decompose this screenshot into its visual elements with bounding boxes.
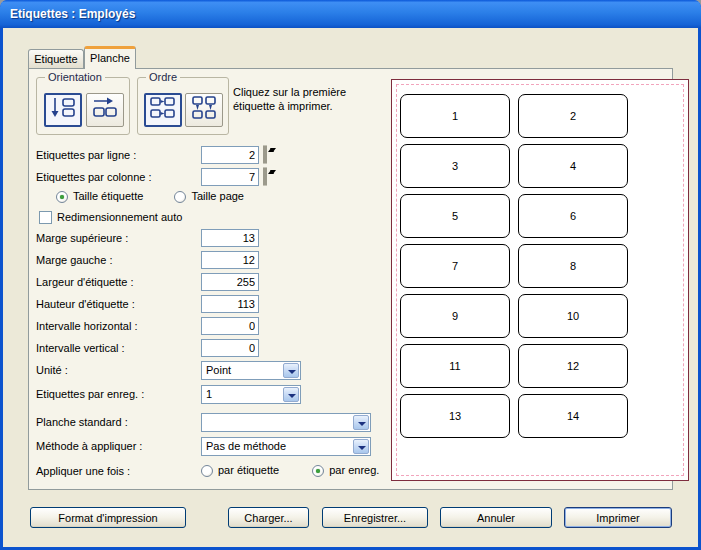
per-record-select[interactable]: 1	[201, 385, 301, 404]
preview-label[interactable]: 9	[400, 294, 510, 338]
apply-once-row: par étiquette par enreg.	[201, 464, 379, 477]
preview-label[interactable]: 11	[400, 344, 510, 388]
orientation-vertical-icon	[49, 95, 77, 125]
horizontal-gap-label: Intervalle horizontal :	[36, 320, 138, 332]
standard-sheet-label: Planche standard :	[36, 416, 128, 428]
chevron-down-icon[interactable]	[283, 363, 299, 378]
orientation-group-label: Orientation	[45, 71, 105, 83]
unit-label: Unité :	[36, 364, 68, 376]
vertical-gap-label: Intervalle vertical :	[36, 342, 125, 354]
unit-value: Point	[206, 364, 280, 376]
orientation-vertical-button[interactable]	[44, 93, 82, 127]
margin-top-input[interactable]	[201, 229, 259, 247]
taille-etiquette-label: Taille étiquette	[73, 190, 143, 202]
dialog-window: Etiquettes : Employés Etiquette Planche …	[0, 0, 701, 550]
order-vertical-icon	[190, 95, 218, 125]
taille-page-radio[interactable]	[174, 191, 186, 203]
apply-per-label-radio[interactable]	[201, 465, 213, 477]
method-value: Pas de méthode	[206, 440, 350, 452]
chevron-down-icon[interactable]	[353, 439, 369, 454]
vertical-gap-input[interactable]	[201, 339, 259, 357]
per-record-label: Etiquettes par enreg. :	[36, 388, 144, 400]
size-mode-row: Taille étiquette Taille page	[56, 190, 244, 203]
planche-tab-page: Orientation	[28, 68, 673, 490]
horizontal-gap-input[interactable]	[201, 317, 259, 335]
order-horizontal-icon	[149, 95, 177, 125]
preview-label[interactable]: 6	[518, 194, 628, 238]
preview-label[interactable]: 3	[400, 144, 510, 188]
apply-per-record-text: par enreg.	[329, 464, 379, 476]
orientation-horizontal-button[interactable]	[86, 93, 124, 127]
apply-once-label: Appliquer une fois :	[36, 465, 130, 477]
margin-left-input[interactable]	[201, 251, 259, 269]
label-width-input[interactable]	[201, 273, 259, 291]
preview-label[interactable]: 2	[518, 94, 628, 138]
preview-label[interactable]: 12	[518, 344, 628, 388]
margin-left-label: Marge gauche :	[36, 254, 112, 266]
auto-resize-row: Redimensionnement auto	[39, 211, 182, 224]
preview-label[interactable]: 10	[518, 294, 628, 338]
per-line-label: Etiquettes par ligne :	[36, 149, 136, 161]
window-title: Etiquettes : Employés	[0, 7, 135, 21]
print-format-button[interactable]: Format d'impression	[30, 507, 186, 528]
label-height-input[interactable]	[201, 295, 259, 313]
method-label: Méthode à appliquer :	[36, 440, 142, 452]
auto-resize-checkbox[interactable]	[39, 211, 52, 224]
margin-top-label: Marge supérieure :	[36, 232, 128, 244]
apply-per-record-radio[interactable]	[312, 465, 324, 477]
preview-label-grid: 1234567891011121314	[400, 94, 628, 438]
chevron-down-icon[interactable]	[353, 415, 369, 430]
preview-label[interactable]: 5	[400, 194, 510, 238]
orientation-group: Orientation	[36, 77, 130, 135]
first-label-hint: Cliquez sur la première étiquette à impr…	[233, 85, 385, 113]
tab-planche[interactable]: Planche	[84, 46, 136, 69]
order-group-label: Ordre	[146, 71, 180, 83]
preview-label[interactable]: 13	[400, 394, 510, 438]
titlebar[interactable]: Etiquettes : Employés	[0, 0, 701, 28]
taille-page-label: Taille page	[191, 190, 244, 202]
per-column-input[interactable]	[201, 168, 259, 186]
preview-label[interactable]: 7	[400, 244, 510, 288]
preview-label[interactable]: 4	[518, 144, 628, 188]
order-group: Ordre	[137, 77, 229, 135]
label-width-label: Largeur d'étiquette :	[36, 276, 134, 288]
apply-per-label-text: par étiquette	[218, 464, 279, 476]
order-horizontal-button[interactable]	[144, 93, 182, 127]
save-button[interactable]: Enregistrer...	[322, 507, 428, 528]
preview-label[interactable]: 14	[518, 394, 628, 438]
per-column-label: Etiquettes par colonne :	[36, 171, 152, 183]
per-line-input[interactable]	[201, 146, 259, 164]
preview-label[interactable]: 1	[400, 94, 510, 138]
preview-label[interactable]: 8	[518, 244, 628, 288]
per-line-spinner	[263, 146, 278, 164]
orientation-horizontal-icon	[91, 95, 119, 125]
standard-sheet-select[interactable]	[201, 413, 371, 432]
order-vertical-button[interactable]	[185, 93, 223, 127]
unit-select[interactable]: Point	[201, 361, 301, 380]
taille-etiquette-radio[interactable]	[56, 191, 68, 203]
method-select[interactable]: Pas de méthode	[201, 437, 371, 456]
cancel-button[interactable]: Annuler	[440, 507, 552, 528]
tab-etiquette[interactable]: Etiquette	[28, 49, 84, 68]
per-line-spinner-down[interactable]	[265, 145, 267, 164]
label-height-label: Hauteur d'étiquette :	[36, 298, 135, 310]
chevron-down-icon[interactable]	[283, 387, 299, 402]
auto-resize-label: Redimensionnement auto	[57, 211, 182, 223]
sheet-preview[interactable]: 1234567891011121314	[391, 79, 689, 481]
per-record-value: 1	[206, 388, 280, 400]
print-button[interactable]: Imprimer	[564, 507, 672, 528]
per-column-spinner	[263, 168, 278, 186]
per-column-spinner-down[interactable]	[265, 167, 267, 186]
load-button[interactable]: Charger...	[228, 507, 309, 528]
